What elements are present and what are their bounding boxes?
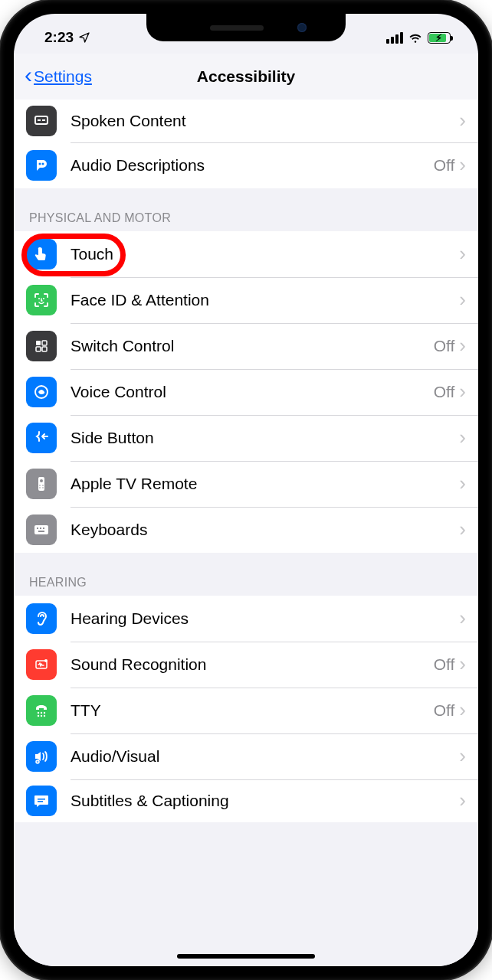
ear-icon xyxy=(26,603,57,634)
row-label: Keyboards xyxy=(71,521,459,539)
row-value: Off xyxy=(434,383,455,401)
svg-point-24 xyxy=(44,659,48,662)
chevron-right-icon: › xyxy=(459,380,466,403)
chevron-right-icon: › xyxy=(459,606,466,630)
svg-rect-0 xyxy=(35,116,48,124)
svg-rect-9 xyxy=(36,347,41,351)
row-label: Audio Descriptions xyxy=(71,156,434,175)
row-sound-recognition[interactable]: Sound Recognition Off › xyxy=(14,642,478,688)
svg-point-32 xyxy=(37,761,38,763)
svg-rect-12 xyxy=(38,477,44,491)
svg-rect-34 xyxy=(38,801,43,802)
row-label: Voice Control xyxy=(71,383,434,401)
status-time: 2:23 xyxy=(44,29,74,46)
row-label: Switch Control xyxy=(71,337,434,355)
row-audio-visual[interactable]: Audio/Visual › xyxy=(14,733,478,779)
row-keyboards[interactable]: Keyboards › xyxy=(14,507,478,553)
svg-point-15 xyxy=(42,485,44,486)
row-value: Off xyxy=(434,701,455,720)
chevron-right-icon: › xyxy=(459,744,466,768)
svg-rect-18 xyxy=(34,525,48,534)
row-subtitles[interactable]: Subtitles & Captioning › xyxy=(14,779,478,822)
svg-point-26 xyxy=(41,712,42,714)
keyboard-icon xyxy=(26,514,57,545)
row-label: Touch xyxy=(71,245,459,263)
wifi-icon xyxy=(408,30,423,45)
row-side-button[interactable]: Side Button › xyxy=(14,415,478,461)
switch-control-icon xyxy=(26,331,57,361)
group-speech: Spoken Content › Audio Descriptions Off … xyxy=(14,100,478,188)
back-button[interactable]: ‹ Settings xyxy=(14,64,92,90)
chevron-right-icon: › xyxy=(459,334,466,358)
row-label: Spoken Content xyxy=(71,112,459,130)
svg-point-14 xyxy=(39,485,41,486)
svg-rect-22 xyxy=(38,531,44,532)
cellular-signal-icon xyxy=(386,32,403,44)
svg-point-30 xyxy=(44,715,45,717)
home-indicator[interactable] xyxy=(177,954,315,959)
subtitles-icon xyxy=(26,786,57,816)
svg-point-28 xyxy=(38,715,39,717)
chevron-right-icon: › xyxy=(459,652,466,676)
row-value: Off xyxy=(434,655,455,674)
row-label: Subtitles & Captioning xyxy=(71,792,459,810)
chevron-left-icon: ‹ xyxy=(25,62,32,88)
svg-rect-19 xyxy=(37,528,38,529)
row-tty[interactable]: TTY Off › xyxy=(14,688,478,733)
svg-rect-10 xyxy=(42,347,47,351)
row-switch-control[interactable]: Switch Control Off › xyxy=(14,323,478,369)
row-label: Side Button xyxy=(71,429,459,447)
row-value: Off xyxy=(434,156,455,175)
front-camera xyxy=(297,23,307,32)
row-touch[interactable]: Touch › xyxy=(14,231,478,277)
row-label: Hearing Devices xyxy=(71,609,459,628)
notch xyxy=(146,14,346,41)
sound-recognition-icon xyxy=(26,649,57,680)
row-label: Sound Recognition xyxy=(71,655,434,674)
row-faceid[interactable]: Face ID & Attention › xyxy=(14,277,478,323)
chevron-right-icon: › xyxy=(459,472,466,495)
group-hearing: Hearing Devices › Sound Recognition Off … xyxy=(14,596,478,822)
chevron-right-icon: › xyxy=(459,109,466,132)
row-spoken-content[interactable]: Spoken Content › xyxy=(14,100,478,142)
tty-icon xyxy=(26,695,57,726)
row-hearing-devices[interactable]: Hearing Devices › xyxy=(14,596,478,642)
chevron-right-icon: › xyxy=(459,426,466,449)
row-label: Apple TV Remote xyxy=(71,475,459,493)
row-voice-control[interactable]: Voice Control Off › xyxy=(14,369,478,415)
svg-rect-33 xyxy=(38,799,45,800)
svg-point-27 xyxy=(44,712,45,714)
section-header-physical: PHYSICAL AND MOTOR xyxy=(14,188,478,231)
location-icon xyxy=(78,31,90,44)
svg-point-4 xyxy=(42,163,44,165)
back-label: Settings xyxy=(34,67,92,86)
svg-point-13 xyxy=(40,479,43,482)
row-label: Audio/Visual xyxy=(71,747,459,766)
spoken-content-icon xyxy=(26,106,57,136)
row-label: TTY xyxy=(71,701,434,720)
voice-control-icon xyxy=(26,377,57,407)
chevron-right-icon: › xyxy=(459,153,466,177)
chevron-right-icon: › xyxy=(459,518,466,541)
svg-rect-8 xyxy=(42,341,47,345)
svg-point-16 xyxy=(39,487,41,488)
chevron-right-icon: › xyxy=(459,789,466,812)
row-audio-descriptions[interactable]: Audio Descriptions Off › xyxy=(14,142,478,188)
row-apple-tv-remote[interactable]: Apple TV Remote › xyxy=(14,461,478,507)
section-header-hearing: HEARING xyxy=(14,553,478,596)
svg-point-3 xyxy=(39,163,41,165)
faceid-icon xyxy=(26,285,57,315)
svg-point-17 xyxy=(42,487,44,488)
svg-rect-1 xyxy=(38,119,41,121)
row-label: Face ID & Attention xyxy=(71,291,459,309)
svg-rect-7 xyxy=(36,341,41,345)
speaker-grille xyxy=(210,25,264,31)
svg-rect-2 xyxy=(42,119,45,121)
row-value: Off xyxy=(434,337,455,355)
settings-list[interactable]: Spoken Content › Audio Descriptions Off … xyxy=(14,100,478,966)
audio-visual-icon xyxy=(26,741,57,772)
svg-point-5 xyxy=(38,298,40,299)
device-frame: 2:23 ⚡︎ ‹ Settings Accessibility xyxy=(0,0,492,980)
chevron-right-icon: › xyxy=(459,288,466,312)
chevron-right-icon: › xyxy=(459,698,466,722)
